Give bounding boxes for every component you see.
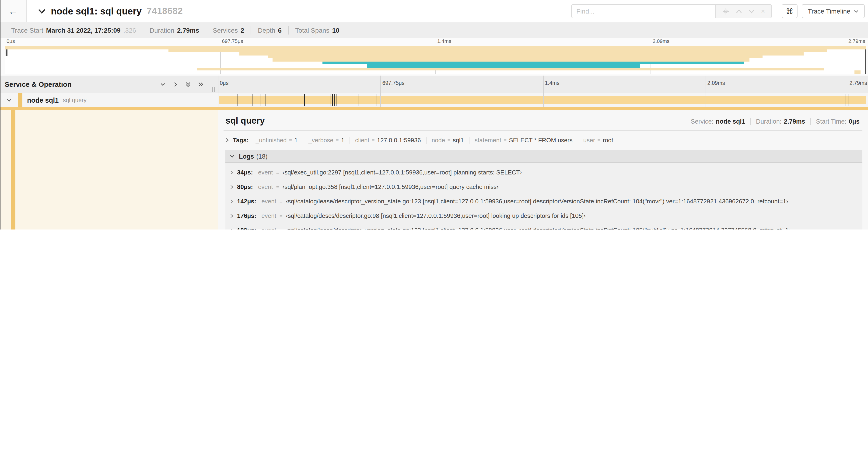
equals-sign: = (372, 137, 375, 143)
keyboard-shortcuts-button[interactable]: ⌘ (782, 4, 798, 18)
equals-sign: = (280, 213, 283, 219)
tag-key: client (355, 136, 369, 143)
trace-timeline-page: ← node sql1: sql query 7418682 × (0, 0, 868, 230)
timeline-tick-label: 1.4ms (545, 80, 560, 86)
equals-sign: = (280, 227, 283, 230)
column-resizer-handle[interactable] (212, 87, 216, 92)
logs-section: Logs (18) 34μs:event=‹sql/exec_util.go:2… (225, 150, 862, 230)
logs-label: Logs (239, 153, 254, 160)
log-event-marker (266, 94, 266, 106)
trace-summary-bar: Trace StartMarch 31 2022, 17:25:09.326Du… (0, 22, 868, 38)
tags-pairs: _unfinished=1_verbose=1client=127.0.0.1:… (250, 136, 618, 143)
log-event-marker (326, 94, 326, 106)
collapse-all-icon[interactable] (185, 81, 191, 88)
summary-item: Depth6 (251, 26, 289, 34)
minimap-span-bar (855, 71, 861, 74)
summary-item-value: 6 (278, 26, 282, 34)
span-row-timeline (218, 93, 868, 107)
minimap-span-bar (368, 65, 640, 68)
log-row[interactable]: 176μs:event=‹sql/catalog/descs/descripto… (225, 208, 862, 223)
next-match-icon[interactable] (748, 9, 754, 13)
collapse-one-icon[interactable] (160, 81, 166, 88)
tag-key: _verbose (308, 136, 334, 143)
span-detail-title: sql query (225, 116, 265, 126)
summary-item-value: 2.79ms (177, 26, 199, 34)
span-collapse-icon[interactable] (6, 98, 12, 102)
minimap-span-bar (269, 55, 763, 58)
log-field-value: ‹sql/catalog/lease/descriptor_version_st… (286, 198, 788, 205)
equals-sign: = (336, 137, 339, 143)
timeline-tick-label: 0μs (220, 80, 229, 86)
find-group: × (571, 4, 772, 18)
back-button[interactable]: ← (0, 0, 27, 22)
log-event-marker (263, 94, 264, 106)
chevron-down-icon (229, 154, 235, 158)
timeline-tick-label: 697.75μs (222, 38, 243, 44)
timeline-gridline (706, 93, 706, 107)
tag-pair: user=root (578, 136, 618, 143)
equals-sign: = (447, 137, 451, 143)
timeline-column-header: Service & Operation 0μs697.75μs1.4ms2.09… (0, 75, 868, 93)
summary-item-label: Total Spans (295, 26, 329, 34)
prev-match-icon[interactable] (736, 9, 742, 13)
trace-collapse-icon[interactable] (38, 8, 46, 14)
log-timestamp: 34μs: (237, 169, 253, 176)
summary-item: Duration2.79ms (143, 26, 206, 34)
log-field-key: event (258, 183, 273, 190)
timeline-gridline (706, 75, 706, 93)
equals-sign: = (597, 137, 600, 143)
log-timestamp: 189μs: (237, 227, 256, 230)
chevron-right-icon (230, 170, 234, 175)
equals-sign: = (276, 184, 279, 190)
log-row[interactable]: 142μs:event=‹sql/catalog/lease/descripto… (225, 194, 862, 208)
minimap-span-bar (5, 46, 866, 49)
log-row[interactable]: 189μs:event=‹sql/catalog/lease/descripto… (225, 223, 862, 230)
log-event-marker (377, 94, 377, 106)
summary-item: Trace StartMarch 31 2022, 17:25:09.326 (5, 26, 143, 34)
timeline-gridline (218, 93, 218, 107)
target-icon[interactable] (722, 8, 730, 15)
timeline-tick-label: 697.75μs (382, 80, 405, 86)
minimap-right-scrubber-handle[interactable] (865, 46, 866, 74)
tag-pair: node=sql1 (427, 136, 469, 143)
detail-meta-value: 0μs (849, 118, 860, 125)
trace-id: 7418682 (147, 6, 183, 16)
expand-all-icon[interactable] (197, 81, 204, 88)
tag-key: statement (474, 136, 501, 143)
view-selector-button[interactable]: Trace Timeline (802, 4, 865, 18)
service-operation-title: Service & Operation (5, 80, 72, 88)
log-event-marker (252, 94, 252, 106)
summary-item-suffix: .326 (123, 26, 136, 34)
detail-meta-value: 2.79ms (784, 118, 805, 125)
span-duration-bar[interactable] (219, 96, 866, 104)
tag-value: 1 (341, 136, 344, 143)
log-timestamp: 142μs: (237, 198, 256, 205)
tag-key: user (583, 136, 595, 143)
minimap-canvas[interactable] (5, 46, 866, 74)
timeline-gridline (380, 93, 381, 107)
timeline-tick-label: 2.09ms (653, 38, 670, 44)
tag-pair: _verbose=1 (303, 136, 350, 143)
tag-key: node (432, 136, 445, 143)
log-event-marker (352, 94, 353, 106)
timeline-minimap: 0μs697.75μs1.4ms2.09ms2.79ms (0, 38, 868, 75)
log-event-marker (336, 94, 336, 106)
logs-count: (18) (256, 153, 268, 160)
log-row[interactable]: 34μs:event=‹sql/exec_util.go:2297 [nsql1… (225, 165, 862, 179)
log-event-marker (848, 94, 848, 106)
tags-accordion[interactable]: Tags: _unfinished=1_verbose=1client=127.… (225, 135, 862, 145)
span-detail-header: sql query Service:node sql1Duration:2.79… (223, 110, 862, 131)
timeline-tick-label: 1.4ms (437, 38, 451, 44)
log-field-value: ‹sql/catalog/lease/descriptor_version_st… (286, 227, 790, 230)
log-row[interactable]: 80μs:event=‹sql/plan_opt.go:358 [nsql1,c… (225, 179, 862, 194)
log-event-marker (846, 94, 846, 106)
timeline-tick-label: 2.79ms (848, 38, 865, 44)
log-field-key: event (261, 198, 276, 205)
find-input[interactable] (571, 4, 716, 18)
span-color-strip (18, 93, 22, 107)
logs-accordion-header[interactable]: Logs (18) (225, 150, 862, 163)
span-row[interactable]: node sql1 sql query (0, 93, 868, 107)
chevron-right-icon (230, 214, 234, 218)
clear-find-icon[interactable]: × (761, 8, 765, 14)
expand-one-icon[interactable] (172, 81, 179, 88)
